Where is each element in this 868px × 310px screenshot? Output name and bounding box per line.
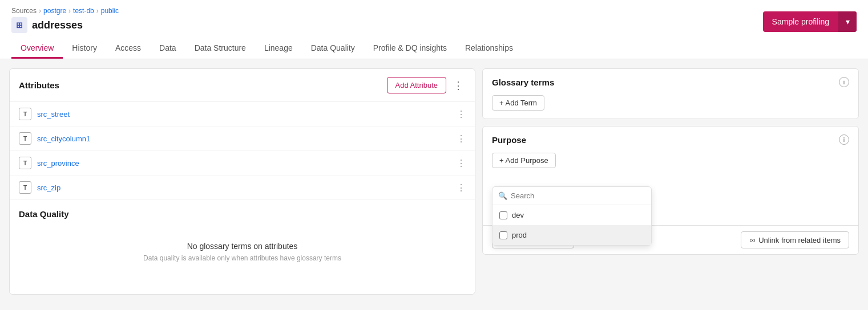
data-quality-title: Data Quality xyxy=(19,209,466,219)
nav-tabs: Overview History Access Data Data Struct… xyxy=(11,39,522,59)
tab-relationships[interactable]: Relationships xyxy=(456,39,522,59)
chevron-down-icon: ▾ xyxy=(838,11,857,32)
header-left: Sources › postgre › test-db › public ⊞ a… xyxy=(11,7,522,59)
attribute-more-icon[interactable]: ⋮ xyxy=(457,158,466,169)
table-row: T src_street ⋮ xyxy=(10,102,475,127)
attribute-more-icon[interactable]: ⋮ xyxy=(457,109,466,120)
attribute-src-province[interactable]: src_province xyxy=(37,159,451,168)
dev-label: dev xyxy=(512,211,524,219)
dq-empty: No glossary terms on attributes Data qua… xyxy=(19,230,466,274)
prod-label: prod xyxy=(512,231,527,239)
tab-overview[interactable]: Overview xyxy=(11,39,63,59)
sample-profiling-button[interactable]: Sample profiling ▾ xyxy=(763,11,857,32)
attributes-title: Attributes xyxy=(19,80,59,90)
dev-checkbox[interactable] xyxy=(499,211,507,219)
attributes-more-icon[interactable]: ⋮ xyxy=(451,78,466,93)
dq-empty-title: No glossary terms on attributes xyxy=(19,242,466,251)
tab-data-quality[interactable]: Data Quality xyxy=(302,39,364,59)
attribute-list: T src_street ⋮ T src_citycolumn1 ⋮ T src… xyxy=(10,101,475,200)
grid-icon: ⊞ xyxy=(11,17,27,33)
glossary-section: Glossary terms i + Add Term xyxy=(482,68,859,119)
right-panel: Glossary terms i + Add Term Purpose i + … xyxy=(482,68,859,295)
type-icon-T: T xyxy=(19,157,31,169)
data-quality-section: Data Quality No glossary terms on attrib… xyxy=(10,200,475,294)
breadcrumb-sources: Sources xyxy=(11,7,37,15)
tab-lineage[interactable]: Lineage xyxy=(255,39,302,59)
dropdown-item-dev[interactable]: dev xyxy=(492,205,651,225)
prod-checkbox[interactable] xyxy=(499,231,507,239)
purpose-info-icon[interactable]: i xyxy=(839,134,849,145)
purpose-section: Purpose i + Add Purpose 🔍 dev prod xyxy=(482,126,859,255)
attribute-src-street[interactable]: src_street xyxy=(37,110,451,119)
attributes-header: Attributes Add Attribute ⋮ xyxy=(10,69,475,101)
glossary-info-icon[interactable]: i xyxy=(839,77,849,87)
table-row: T src_citycolumn1 ⋮ xyxy=(10,127,475,151)
tab-data-structure[interactable]: Data Structure xyxy=(185,39,255,59)
sample-profiling-label: Sample profiling xyxy=(763,11,838,32)
glossary-title: Glossary terms xyxy=(492,78,554,87)
add-attribute-button[interactable]: Add Attribute xyxy=(387,77,446,93)
type-icon-T: T xyxy=(19,132,31,145)
dropdown-search-container: 🔍 xyxy=(492,187,651,205)
dq-empty-subtitle: Data quality is available only when attr… xyxy=(19,254,466,262)
attribute-src-citycolumn1[interactable]: src_citycolumn1 xyxy=(37,134,451,143)
attribute-more-icon[interactable]: ⋮ xyxy=(457,182,466,193)
add-purpose-button[interactable]: + Add Purpose xyxy=(492,153,556,168)
unlink-related-button[interactable]: ∞ Unlink from related items xyxy=(741,231,849,248)
breadcrumb-testdb[interactable]: test-db xyxy=(73,7,94,15)
dropdown-item-prod[interactable]: prod xyxy=(492,225,651,245)
attribute-more-icon[interactable]: ⋮ xyxy=(457,133,466,144)
tab-data[interactable]: Data xyxy=(150,39,185,59)
main-content: Attributes Add Attribute ⋮ T src_street … xyxy=(0,59,868,304)
tab-profile-dq[interactable]: Profile & DQ insights xyxy=(364,39,456,59)
tab-access[interactable]: Access xyxy=(106,39,150,59)
purpose-dropdown: 🔍 dev prod xyxy=(492,186,652,246)
breadcrumb-postgre[interactable]: postgre xyxy=(43,7,66,15)
header: Sources › postgre › test-db › public ⊞ a… xyxy=(0,0,868,59)
glossary-header: Glossary terms i xyxy=(483,69,858,95)
left-panel: Attributes Add Attribute ⋮ T src_street … xyxy=(9,68,475,295)
add-term-button[interactable]: + Add Term xyxy=(492,95,544,111)
breadcrumb: Sources › postgre › test-db › public xyxy=(11,7,522,15)
unlink-label: Unlink from related items xyxy=(758,236,841,244)
unlink-icon: ∞ xyxy=(749,235,755,244)
type-icon-T: T xyxy=(19,181,31,194)
type-icon-T: T xyxy=(19,108,31,120)
table-row: T src_province ⋮ xyxy=(10,151,475,176)
page-title: ⊞ addresses xyxy=(11,17,522,33)
search-icon: 🔍 xyxy=(498,191,507,200)
table-row: T src_zip ⋮ xyxy=(10,176,475,200)
breadcrumb-public[interactable]: public xyxy=(101,7,119,15)
purpose-title: Purpose xyxy=(492,135,526,145)
attribute-src-zip[interactable]: src_zip xyxy=(37,183,451,192)
purpose-search-input[interactable] xyxy=(511,191,645,200)
attributes-actions: Add Attribute ⋮ xyxy=(387,77,466,93)
purpose-header: Purpose i xyxy=(483,127,858,153)
tab-history[interactable]: History xyxy=(63,39,106,59)
